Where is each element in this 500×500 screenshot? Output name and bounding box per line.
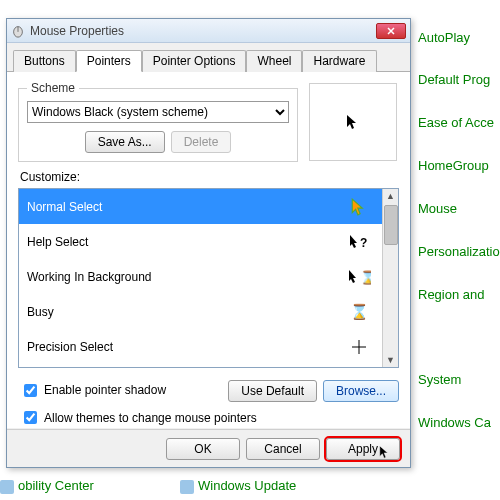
enable-shadow-label: Enable pointer shadow (44, 383, 166, 397)
scroll-down-icon[interactable]: ▼ (384, 353, 398, 367)
cursor-item[interactable]: Precision Select (19, 329, 382, 364)
customize-label: Customize: (20, 170, 399, 184)
cursor-item[interactable]: Normal Select (19, 189, 382, 224)
scroll-up-icon[interactable]: ▲ (384, 189, 398, 203)
cp-item-icon (180, 480, 194, 494)
window-title: Mouse Properties (30, 24, 376, 38)
cp-link[interactable]: Default Prog (418, 72, 490, 87)
tab-buttons[interactable]: Buttons (13, 50, 76, 72)
mouse-icon (11, 24, 25, 38)
cp-link[interactable]: HomeGroup (418, 158, 489, 173)
save-as-button[interactable]: Save As... (85, 131, 165, 153)
svg-text:?: ? (360, 236, 367, 250)
apply-button[interactable]: Apply (326, 438, 400, 460)
busy-cursor-icon: ⌛ (350, 303, 369, 321)
scheme-select[interactable]: Windows Black (system scheme) (27, 101, 289, 123)
cursor-item-glyph: ? (344, 234, 374, 250)
tab-strip: ButtonsPointersPointer OptionsWheelHardw… (7, 43, 410, 72)
ok-button[interactable]: OK (166, 438, 240, 460)
cursor-item-label: Working In Background (27, 270, 152, 284)
cp-link[interactable]: AutoPlay (418, 30, 470, 45)
enable-shadow-checkbox[interactable] (24, 384, 37, 397)
cp-link[interactable]: Mouse (418, 201, 457, 216)
tab-hardware[interactable]: Hardware (302, 50, 376, 72)
scheme-legend: Scheme (27, 81, 79, 95)
cursor-item-glyph: ⌛ (344, 269, 374, 285)
scroll-thumb[interactable] (384, 205, 398, 245)
working-cursor-icon: ⌛ (347, 269, 371, 285)
cursor-item-label: Precision Select (27, 340, 113, 354)
cp-link[interactable]: Region and (418, 287, 485, 302)
allow-themes-label: Allow themes to change mouse pointers (44, 411, 257, 425)
scrollbar[interactable]: ▲ ▼ (382, 189, 398, 367)
cp-link[interactable]: Ease of Acce (418, 115, 494, 130)
arrow-cursor-icon (345, 114, 361, 130)
cp-link[interactable]: obility Center (0, 478, 94, 494)
titlebar[interactable]: Mouse Properties (7, 19, 410, 43)
delete-button: Delete (171, 131, 232, 153)
tab-pointers[interactable]: Pointers (76, 50, 142, 72)
scheme-group: Scheme Windows Black (system scheme) Sav… (18, 81, 298, 162)
cp-link[interactable]: Windows Update (180, 478, 296, 494)
tab-pointer-options[interactable]: Pointer Options (142, 50, 247, 72)
pointers-panel: Scheme Windows Black (system scheme) Sav… (7, 72, 410, 428)
mouse-properties-window: Mouse Properties ButtonsPointersPointer … (6, 18, 411, 468)
cp-link[interactable]: Personalizatio (418, 244, 500, 259)
cancel-button[interactable]: Cancel (246, 438, 320, 460)
browse-button[interactable]: Browse... (323, 380, 399, 402)
use-default-button[interactable]: Use Default (228, 380, 317, 402)
cp-link[interactable]: System (418, 372, 461, 387)
cursor-item-label: Help Select (27, 235, 88, 249)
cp-link[interactable]: Windows Ca (418, 415, 491, 430)
cursor-item-label: Normal Select (27, 200, 102, 214)
cursor-item[interactable]: Working In Background⌛ (19, 259, 382, 294)
help-cursor-icon: ? (348, 234, 370, 250)
close-button[interactable] (376, 23, 406, 39)
cursor-item[interactable]: Busy⌛ (19, 294, 382, 329)
cursor-preview (309, 83, 397, 161)
cursor-item[interactable]: Help Select? (19, 224, 382, 259)
cursor-listbox[interactable]: Normal SelectHelp Select?Working In Back… (18, 188, 399, 368)
precision-cursor-icon (351, 339, 367, 355)
tab-wheel[interactable]: Wheel (246, 50, 302, 72)
cursor-item-glyph (344, 339, 374, 355)
svg-text:⌛: ⌛ (360, 269, 371, 285)
cursor-item-glyph: ⌛ (344, 303, 374, 321)
dialog-footer: OK Cancel Apply (7, 429, 410, 467)
arrow-cursor-icon (350, 198, 368, 216)
allow-themes-checkbox[interactable] (24, 411, 37, 424)
close-icon (387, 27, 395, 35)
enable-shadow-row[interactable]: Enable pointer shadow (20, 381, 226, 400)
cp-item-icon (0, 480, 14, 494)
cursor-item-glyph (344, 198, 374, 216)
cursor-item-label: Busy (27, 305, 54, 319)
allow-themes-row[interactable]: Allow themes to change mouse pointers (20, 408, 397, 427)
